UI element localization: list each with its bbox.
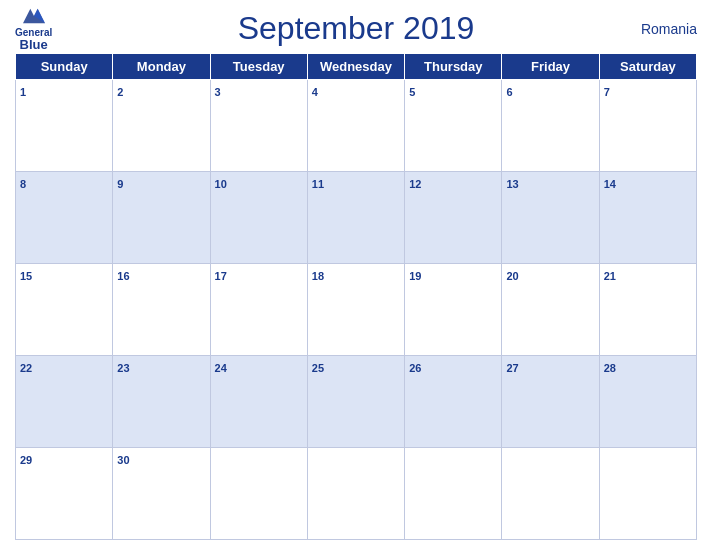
day-number: 18 — [312, 270, 324, 282]
calendar-cell: 10 — [210, 172, 307, 264]
calendar-cell: 6 — [502, 80, 599, 172]
calendar-cell: 20 — [502, 264, 599, 356]
calendar-cell: 22 — [16, 356, 113, 448]
weekday-friday: Friday — [502, 54, 599, 80]
day-number: 16 — [117, 270, 129, 282]
day-number: 11 — [312, 178, 324, 190]
calendar-header: General Blue September 2019 Romania — [15, 10, 697, 47]
day-number: 19 — [409, 270, 421, 282]
calendar-cell — [210, 448, 307, 540]
calendar-cell — [599, 448, 696, 540]
day-number: 13 — [506, 178, 518, 190]
calendar-cell: 17 — [210, 264, 307, 356]
calendar-cell: 24 — [210, 356, 307, 448]
calendar-cell: 18 — [307, 264, 404, 356]
calendar-cell: 14 — [599, 172, 696, 264]
calendar-cell: 16 — [113, 264, 210, 356]
calendar-cell: 1 — [16, 80, 113, 172]
calendar-cell: 12 — [405, 172, 502, 264]
day-number: 25 — [312, 362, 324, 374]
calendar-cell: 8 — [16, 172, 113, 264]
calendar-cell: 30 — [113, 448, 210, 540]
calendar-cell: 26 — [405, 356, 502, 448]
weekday-thursday: Thursday — [405, 54, 502, 80]
month-title: September 2019 — [238, 10, 475, 47]
calendar-cell: 29 — [16, 448, 113, 540]
day-number: 30 — [117, 454, 129, 466]
calendar-cell: 27 — [502, 356, 599, 448]
day-number: 29 — [20, 454, 32, 466]
day-number: 14 — [604, 178, 616, 190]
calendar-cell: 21 — [599, 264, 696, 356]
day-number: 8 — [20, 178, 26, 190]
calendar-body: 1234567891011121314151617181920212223242… — [16, 80, 697, 540]
calendar-cell: 3 — [210, 80, 307, 172]
calendar-cell: 13 — [502, 172, 599, 264]
day-number: 21 — [604, 270, 616, 282]
logo-blue-text: Blue — [20, 38, 48, 52]
weekday-wednesday: Wednesday — [307, 54, 404, 80]
weekday-saturday: Saturday — [599, 54, 696, 80]
day-number: 17 — [215, 270, 227, 282]
country-label: Romania — [641, 21, 697, 37]
day-number: 26 — [409, 362, 421, 374]
day-number: 20 — [506, 270, 518, 282]
calendar-cell — [307, 448, 404, 540]
calendar-cell: 7 — [599, 80, 696, 172]
weekday-sunday: Sunday — [16, 54, 113, 80]
day-number: 5 — [409, 86, 415, 98]
day-number: 4 — [312, 86, 318, 98]
day-number: 9 — [117, 178, 123, 190]
calendar-cell: 9 — [113, 172, 210, 264]
day-number: 10 — [215, 178, 227, 190]
calendar-table: Sunday Monday Tuesday Wednesday Thursday… — [15, 53, 697, 540]
calendar-cell: 4 — [307, 80, 404, 172]
day-number: 2 — [117, 86, 123, 98]
weekday-tuesday: Tuesday — [210, 54, 307, 80]
calendar-cell — [502, 448, 599, 540]
calendar-cell: 19 — [405, 264, 502, 356]
calendar-cell: 25 — [307, 356, 404, 448]
calendar-cell: 15 — [16, 264, 113, 356]
calendar-cell: 23 — [113, 356, 210, 448]
day-number: 6 — [506, 86, 512, 98]
calendar-cell: 5 — [405, 80, 502, 172]
day-number: 15 — [20, 270, 32, 282]
logo-icon — [19, 5, 49, 27]
day-number: 7 — [604, 86, 610, 98]
day-number: 1 — [20, 86, 26, 98]
logo: General Blue — [15, 5, 52, 52]
day-number: 22 — [20, 362, 32, 374]
day-number: 28 — [604, 362, 616, 374]
day-number: 23 — [117, 362, 129, 374]
calendar-header-row: Sunday Monday Tuesday Wednesday Thursday… — [16, 54, 697, 80]
calendar-cell — [405, 448, 502, 540]
day-number: 12 — [409, 178, 421, 190]
day-number: 3 — [215, 86, 221, 98]
day-number: 27 — [506, 362, 518, 374]
calendar-cell: 28 — [599, 356, 696, 448]
calendar-cell: 2 — [113, 80, 210, 172]
calendar-cell: 11 — [307, 172, 404, 264]
day-number: 24 — [215, 362, 227, 374]
weekday-monday: Monday — [113, 54, 210, 80]
